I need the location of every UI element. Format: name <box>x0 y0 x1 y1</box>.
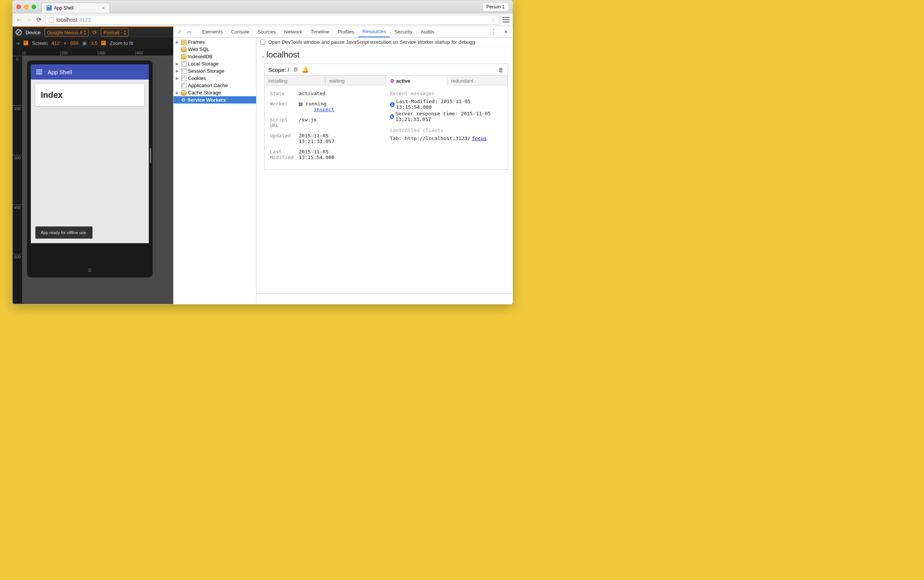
bookmark-icon[interactable]: ☆ <box>491 16 496 23</box>
focus-link[interactable]: focus <box>472 135 487 141</box>
dpr-icon: ▣ <box>82 40 87 46</box>
lastmod-value: 2015-11-05 13:15:54.000 <box>299 149 334 160</box>
storage-icon <box>181 69 186 74</box>
sw-state-tabs: installing waiting ⚙active redundant <box>265 75 508 86</box>
state-label: State <box>270 91 299 96</box>
updated-value: 2015-11-05 13:21:33.057 <box>299 133 334 144</box>
url-text: localhost:3123 <box>56 17 91 23</box>
more-icon[interactable]: ⋮ <box>487 28 500 35</box>
reload-button[interactable]: ⟳ <box>35 16 42 23</box>
origin-text: localhost <box>267 50 300 59</box>
tab-timeline[interactable]: Timeline <box>307 26 333 37</box>
tree-label: Service Workers <box>187 97 226 103</box>
update-gear-icon[interactable]: ⚙ <box>293 66 298 73</box>
info-icon: i <box>390 102 395 107</box>
pause-label: Open DevTools window and pause JavaScrip… <box>268 39 475 45</box>
ruler-tick: 450 <box>135 51 173 56</box>
tree-indexeddb[interactable]: IndexedDB <box>173 53 256 60</box>
screen-checkbox[interactable] <box>24 41 28 45</box>
forward-button[interactable]: → <box>25 16 32 23</box>
index-card: Index <box>35 84 144 106</box>
height-value[interactable]: 659 <box>71 40 79 46</box>
browser-tab[interactable]: App Shell × <box>41 3 110 13</box>
database-icon <box>181 54 186 59</box>
tab-elements[interactable]: Elements <box>198 26 226 37</box>
tree-frames[interactable]: ▶Frames <box>173 38 256 46</box>
storage-icon <box>181 76 186 81</box>
tree-cookies[interactable]: ▶Cookies <box>173 74 256 82</box>
push-bell-icon[interactable]: 🔔 <box>302 66 309 73</box>
sw-tab-waiting[interactable]: waiting <box>325 76 386 86</box>
tree-serviceworkers[interactable]: ⚙Service Workers <box>173 96 256 104</box>
tab-console[interactable]: Console <box>227 26 253 37</box>
tab-sources[interactable]: Sources <box>254 26 280 37</box>
tab-profiles[interactable]: Profiles <box>334 26 358 37</box>
minimize-window-button[interactable] <box>24 5 28 9</box>
ruler-tick: 750 <box>13 303 22 304</box>
tree-label: Cache Storage <box>188 90 221 96</box>
device-toolbar-primary: Device Google Nexus 6 ▴▾ ⟳ Portrait - ▴▾ <box>13 26 173 38</box>
maximize-window-button[interactable] <box>31 5 36 9</box>
zoom-checkbox[interactable] <box>101 41 106 45</box>
close-tab-icon[interactable]: × <box>102 5 105 11</box>
tab-resources[interactable]: Resources <box>359 26 390 37</box>
rotate-icon[interactable]: ⟳ <box>92 29 97 35</box>
app-body: Index <box>31 79 149 243</box>
orientation-value: Portrait - <box>104 30 122 35</box>
resources-tree: ▶Frames Web SQL IndexedDB ▶Local Storage… <box>173 38 257 304</box>
tree-websql[interactable]: Web SQL <box>173 46 256 53</box>
back-button[interactable]: ← <box>16 16 23 23</box>
width-value[interactable]: 412 <box>51 40 60 46</box>
pause-checkbox[interactable] <box>260 40 265 44</box>
ruler-horizontal: 0 150 300 450 <box>23 48 173 56</box>
device-mode-icon[interactable]: ▭ <box>184 27 194 36</box>
hamburger-icon[interactable] <box>36 70 42 74</box>
device-screen[interactable]: App Shell Index App ready for offline us… <box>31 64 149 243</box>
origin-heading: . localhost <box>257 47 512 64</box>
card-heading: Index <box>41 90 139 100</box>
tree-appcache[interactable]: Application Cache <box>173 82 256 89</box>
disable-icon[interactable] <box>16 29 22 35</box>
device-select[interactable]: Google Nexus 6 ▴▾ <box>44 28 89 36</box>
inspect-icon[interactable]: ⬀ <box>175 27 184 36</box>
sw-tab-active[interactable]: ⚙active <box>386 76 447 86</box>
ruler-tick: 300 <box>98 51 135 56</box>
dpr-value[interactable]: 3.5 <box>91 40 97 46</box>
app-title: App Shell <box>48 69 72 75</box>
tree-localstorage[interactable]: ▶Local Storage <box>173 60 256 68</box>
tree-label: Frames <box>188 39 205 45</box>
recent-messages-label: Recent messages <box>390 91 503 96</box>
orientation-select[interactable]: Portrait - ▴▾ <box>101 28 128 36</box>
close-window-button[interactable] <box>16 5 21 9</box>
devtools-footer <box>257 293 512 304</box>
page-icon <box>49 17 54 23</box>
sw-tab-installing[interactable]: installing <box>265 76 325 86</box>
scrollbar-thumb[interactable] <box>150 148 151 163</box>
scope-label: Scope: / <box>268 67 289 73</box>
profile-button[interactable]: Person 1 <box>482 2 509 12</box>
close-devtools-icon[interactable]: ✕ <box>501 27 511 36</box>
sw-tab-label: active <box>396 78 410 84</box>
scope-header: Scope: / ⚙ 🔔 🗑 <box>265 64 508 75</box>
inspect-link[interactable]: inspect <box>314 107 334 112</box>
tab-security[interactable]: Security <box>390 26 416 37</box>
screen-label: Screen <box>32 40 48 46</box>
tab-network[interactable]: Network <box>280 26 306 37</box>
lastmod-label: Last-Modified <box>270 149 299 160</box>
delete-icon[interactable]: 🗑 <box>498 67 504 73</box>
ruler-tick: 150 <box>60 51 98 56</box>
menu-button[interactable] <box>503 17 510 23</box>
tree-sessionstorage[interactable]: ▶Session Storage <box>173 68 256 74</box>
address-bar[interactable]: localhost:3123 ☆ <box>45 15 500 25</box>
tree-label: Local Storage <box>188 61 219 67</box>
ruler-tick: 450 <box>13 204 22 254</box>
device-mode-panel: Device Google Nexus 6 ▴▾ ⟳ Portrait - ▴▾… <box>13 26 173 304</box>
browser-toolbar: ← → ⟳ localhost:3123 ☆ <box>13 13 512 26</box>
tab-audits[interactable]: Audits <box>417 26 438 37</box>
content-area: Device Google Nexus 6 ▴▾ ⟳ Portrait - ▴▾… <box>13 26 512 304</box>
sw-tab-redundant[interactable]: redundant <box>447 76 508 86</box>
tree-cachestorage[interactable]: ▶Cache Storage <box>173 89 256 96</box>
device-viewport: 0 150 300 450 0 150 300 450 600 750 <box>13 48 173 304</box>
indent-icon: ⇥ <box>16 40 20 46</box>
stop-icon[interactable] <box>299 102 303 106</box>
